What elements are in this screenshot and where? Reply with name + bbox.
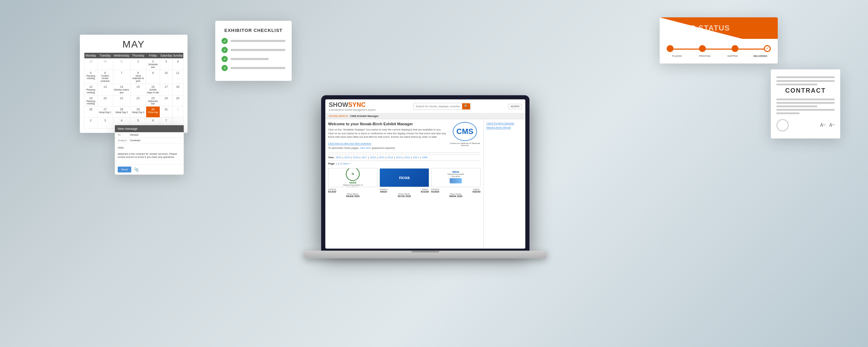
year-2013[interactable]: 2013 <box>396 156 402 159</box>
nrha-logo: NRHA National Rural Health Association <box>446 171 465 184</box>
ncoa-ends: ENDS 6/10/20 <box>421 188 429 193</box>
year-2014[interactable]: 2014 <box>387 156 393 159</box>
cal-cell: 29 <box>84 59 98 70</box>
year-1969[interactable]: 1969 <box>422 156 428 159</box>
inventory-link[interactable]: Click here to view your item inventory <box>328 142 446 145</box>
cal-cell: 2Schedule due <box>146 59 160 70</box>
cal-cell: 26 <box>84 107 98 118</box>
cms-label: Centers for Medicare & Medicaid Services <box>449 142 481 146</box>
cal-cell: 4 <box>173 59 183 70</box>
email-send-button[interactable]: Send <box>118 167 131 172</box>
cal-cell: 30Show day <box>146 107 160 118</box>
show-item-nasw[interactable]: N NASW National Association of Social Wo… <box>328 168 377 197</box>
logo-text: SHOWSYNC <box>329 101 366 109</box>
nasw-show-name: Show Name: NASW 2020 <box>328 193 377 197</box>
cal-cell: 25 <box>173 95 183 107</box>
check-icon-3 <box>222 56 228 62</box>
cal-cell: 19Planning meeting <box>84 95 98 107</box>
year-links: Year: 2020 | 2019 | 2018 | 2017 | 2016 |… <box>328 154 481 161</box>
show-item-nrha[interactable]: NRHA National Rural Health Association S… <box>431 168 481 197</box>
page-next[interactable]: Next » <box>343 162 351 165</box>
calendar-table: Monday Tuesday Wednesday Thursday Friday… <box>84 53 183 129</box>
welcome-title: Welcome to your Novak-Birch Exhibit Mana… <box>328 122 446 126</box>
check-icon-1 <box>222 38 228 44</box>
page-2[interactable]: 2 <box>340 162 341 165</box>
email-subject-value: Contract <box>130 139 140 142</box>
year-2016[interactable]: 2016 <box>370 156 376 159</box>
email-subject-label: Subject <box>118 139 130 142</box>
cal-cell: 9 <box>146 70 160 84</box>
cal-cell: 2 <box>84 118 98 129</box>
cal-cell: 15 <box>130 84 146 95</box>
calendar-month: MAY <box>84 39 183 50</box>
logo-show: SHOW <box>329 101 348 108</box>
year-2011[interactable]: 2011 <box>413 156 419 159</box>
sidebar-client-property[interactable]: Client Property Damage <box>486 122 523 125</box>
cal-cell: 1 <box>130 59 146 70</box>
cal-cell: 7 <box>113 70 130 84</box>
checklist-item-2 <box>222 47 285 53</box>
contract-card: CONTRACT A~ A~ <box>771 69 840 138</box>
cal-cell: 14Elective orders due <box>113 84 130 95</box>
cms-logo-text: CMS <box>457 127 474 136</box>
cal-cell: 30 <box>97 59 113 70</box>
contract-line-5 <box>776 105 817 107</box>
cms-logo: CMS <box>453 122 477 141</box>
checklist-item-4 <box>222 65 285 71</box>
contract-line-6 <box>776 109 835 111</box>
checklist-line-3 <box>231 58 269 60</box>
cal-header-tue: Tuesday <box>97 53 113 59</box>
app-admin-button[interactable]: ADMIN <box>508 104 522 109</box>
cal-header-mon: Monday <box>84 53 98 59</box>
sidebar-missing-items[interactable]: Missing Items Report <box>486 126 523 129</box>
ncoa-show-name: Show Name: NCOA 2020 <box>379 193 429 197</box>
year-2019[interactable]: 2019 <box>344 156 350 159</box>
nrha-show-name: Show Name: NRHA 2020 <box>431 193 481 197</box>
cal-cell: 20 <box>97 95 113 107</box>
show-item-ncoa[interactable]: ncoa STARTS 6/8/20 ENDS 6/10/20 <box>379 168 429 197</box>
search-button[interactable]: 🔍 <box>462 103 470 109</box>
cal-header-thu: Thursday <box>130 53 146 59</box>
order-status-card: ORDER STATUS PLACED PRINTING SHIPPED DEL… <box>660 17 778 64</box>
cal-cell: 31 <box>113 59 130 70</box>
contract-line-4 <box>776 102 835 104</box>
laptop-notch <box>411 251 439 252</box>
contract-title: CONTRACT <box>776 87 835 94</box>
nrha-ends: ENDS 5/20/20 <box>473 188 481 193</box>
contract-line-2 <box>776 84 817 85</box>
order-label-placed: PLACED <box>667 55 687 57</box>
nasw-dates: STARTS 6/14/20 <box>328 188 377 193</box>
contract-line-3 <box>776 99 835 100</box>
year-2020[interactable]: 2020 <box>335 156 341 159</box>
search-input[interactable] <box>414 104 462 109</box>
app-logo: SHOWSYNC <box>329 101 376 109</box>
year-2018[interactable]: 2018 <box>353 156 359 159</box>
contract-header-line <box>776 76 835 78</box>
admin-link-pre: To administer these pages, <box>328 146 359 150</box>
order-progress-line <box>670 49 767 50</box>
page-1[interactable]: 1 <box>336 162 337 165</box>
cal-cell: 5Planning meeting <box>84 70 98 84</box>
order-labels: PLACED PRINTING SHIPPED DELIVERED <box>667 55 771 57</box>
order-dot-printing <box>699 45 706 52</box>
cal-cell: 16Exhibit ships to site <box>146 84 160 95</box>
admin-link[interactable]: click here <box>360 146 371 150</box>
calendar-card: MAY Monday Tuesday Wednesday Thursday Fr… <box>80 35 187 133</box>
welcome-text: Click on the "Available Displays" icon b… <box>328 128 446 139</box>
order-dot-delivered <box>764 45 771 52</box>
app-sidebar: Client Property Damage Missing Items Rep… <box>484 119 525 247</box>
cal-header-wed: Wednesday <box>113 53 130 59</box>
app-nav: NOVAK-BIRCH › CMS Exhibit Manager <box>325 113 525 119</box>
year-2012[interactable]: 2012 <box>404 156 410 159</box>
page-nav: Page: 1 | 2 | Next » <box>328 162 481 165</box>
page-label: Page: <box>328 162 335 165</box>
nrha-starts: STARTS 5/19/20 <box>431 188 439 193</box>
checklist-title: EXHIBITOR CHECKLIST <box>222 28 285 33</box>
year-2015[interactable]: 2015 <box>379 156 385 159</box>
year-2017[interactable]: 2017 <box>361 156 367 159</box>
nasw-logo: N NASW National Association of Social Wo… <box>342 168 363 187</box>
app-search[interactable]: 🔍 <box>413 103 470 110</box>
contract-line-7 <box>776 112 800 114</box>
ncoa-logo-box: ncoa <box>379 168 429 187</box>
contract-footer: A~ A~ <box>776 119 835 132</box>
